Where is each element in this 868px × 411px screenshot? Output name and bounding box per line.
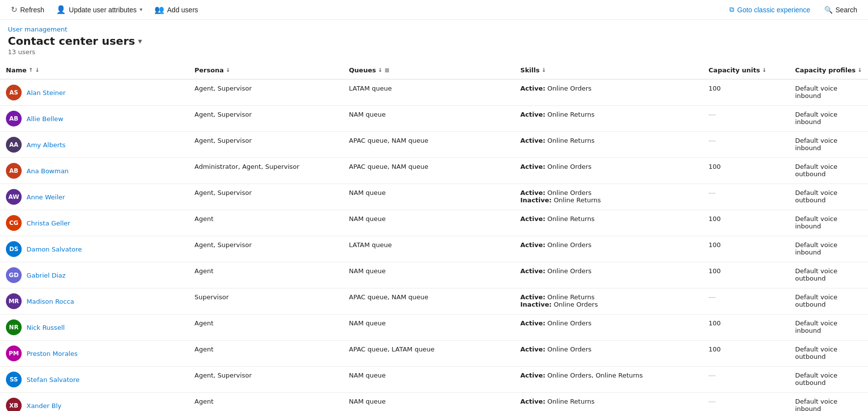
- capacity-profiles-cell-6: Default voice inbound: [789, 236, 868, 262]
- capacity-profiles-cell-2: Default voice inbound: [789, 132, 868, 158]
- queues-cell-7: NAM queue: [343, 262, 515, 288]
- capacity-profiles-cell-5: Default voice inbound: [789, 210, 868, 236]
- capacity-units-cell-0: 100: [703, 79, 789, 106]
- capacity-profiles-cell-7: Default voice outbound: [789, 262, 868, 288]
- skills-cell-2: Active: Online Returns: [514, 132, 703, 158]
- capacity-value: 100: [709, 319, 721, 327]
- skill-line: Active: Online Returns: [520, 111, 697, 118]
- user-name[interactable]: Nick Russell: [27, 324, 65, 331]
- skill-line: Active: Online Orders: [520, 241, 697, 249]
- search-button[interactable]: 🔍 Search: [819, 4, 862, 16]
- user-name[interactable]: Alan Steiner: [27, 89, 65, 96]
- col-header-capacity-units[interactable]: Capacity units ↓: [703, 62, 789, 79]
- queues-cell-4: NAM queue: [343, 184, 515, 210]
- capacity-units-sort-icon: ↓: [762, 67, 767, 73]
- avatar: MR: [6, 293, 22, 309]
- goto-classic-button[interactable]: ⧉ Goto classic experience: [724, 3, 815, 16]
- table-row: DS Damon Salvatore Agent, SupervisorLATA…: [0, 236, 868, 262]
- capacity-value: 100: [709, 241, 721, 249]
- skills-cell-11: Active: Online Orders, Online Returns: [514, 367, 703, 393]
- name-sort-asc-icon: ↑: [29, 67, 33, 73]
- capacity-value: 100: [709, 215, 721, 222]
- table-header-row: Name ↑ ↓ Persona ↓ Queues ↓ ≡: [0, 62, 868, 79]
- persona-cell-9: Agent: [189, 315, 343, 341]
- user-name[interactable]: Christa Geller: [27, 220, 70, 227]
- avatar: AW: [6, 189, 22, 205]
- user-name[interactable]: Damon Salvatore: [27, 246, 82, 253]
- queues-cell-5: NAM queue: [343, 210, 515, 236]
- breadcrumb[interactable]: User management: [8, 26, 860, 33]
- update-user-label: Update user attributes: [69, 6, 137, 14]
- name-cell-7: GD Gabriel Diaz: [0, 262, 189, 288]
- table-row: MR Madison Rocca SupervisorAPAC queue, N…: [0, 288, 868, 315]
- queues-cell-6: LATAM queue: [343, 236, 515, 262]
- skills-cell-1: Active: Online Returns: [514, 106, 703, 132]
- name-cell-3: AB Ana Bowman: [0, 158, 189, 184]
- avatar: AB: [6, 163, 22, 179]
- queues-cell-3: APAC queue, NAM queue: [343, 158, 515, 184]
- queues-cell-8: APAC queue, NAM queue: [343, 288, 515, 315]
- capacity-units-cell-11: ---: [703, 367, 789, 393]
- user-name[interactable]: Allie Bellew: [27, 115, 63, 123]
- skill-line: Active: Online Returns: [520, 215, 697, 222]
- no-value: ---: [709, 137, 716, 144]
- skill-line: Active: Online Orders: [520, 267, 697, 275]
- avatar: CG: [6, 215, 22, 231]
- skill-line: Active: Online Returns: [520, 137, 697, 144]
- table-row: SS Stefan Salvatore Agent, SupervisorNAM…: [0, 367, 868, 393]
- user-name[interactable]: Madison Rocca: [27, 298, 74, 305]
- capacity-profiles-cell-8: Default voice outbound: [789, 288, 868, 315]
- col-header-queues[interactable]: Queues ↓ ≡: [343, 62, 515, 79]
- col-header-persona[interactable]: Persona ↓: [189, 62, 343, 79]
- name-cell-4: AW Anne Weiler: [0, 184, 189, 210]
- search-icon: 🔍: [824, 6, 833, 14]
- persona-cell-3: Administrator, Agent, Supervisor: [189, 158, 343, 184]
- skills-cell-3: Active: Online Orders: [514, 158, 703, 184]
- user-name[interactable]: Gabriel Diaz: [27, 272, 65, 279]
- name-cell-5: CG Christa Geller: [0, 210, 189, 236]
- skill-line: Inactive: Online Orders: [520, 301, 697, 308]
- capacity-units-cell-9: 100: [703, 315, 789, 341]
- skills-cell-5: Active: Online Returns: [514, 210, 703, 236]
- skills-cell-7: Active: Online Orders: [514, 262, 703, 288]
- skills-cell-4: Active: Online OrdersInactive: Online Re…: [514, 184, 703, 210]
- update-user-button[interactable]: 👤 Update user attributes ▾: [51, 3, 148, 16]
- persona-cell-5: Agent: [189, 210, 343, 236]
- page-title-row: Contact center users ▾: [8, 35, 860, 47]
- queues-cell-2: APAC queue, NAM queue: [343, 132, 515, 158]
- capacity-units-cell-1: ---: [703, 106, 789, 132]
- user-name[interactable]: Stefan Salvatore: [27, 376, 80, 383]
- queues-filter-icon[interactable]: ≡: [385, 66, 390, 74]
- add-users-button[interactable]: 👥 Add users: [150, 3, 203, 16]
- table-row: AW Anne Weiler Agent, SupervisorNAM queu…: [0, 184, 868, 210]
- capacity-units-cell-6: 100: [703, 236, 789, 262]
- no-value: ---: [709, 189, 716, 196]
- user-name[interactable]: Amy Alberts: [27, 141, 65, 149]
- avatar: AB: [6, 111, 22, 126]
- col-capacity-units-label: Capacity units: [709, 66, 760, 74]
- persona-cell-4: Agent, Supervisor: [189, 184, 343, 210]
- skills-sort-icon: ↓: [541, 67, 546, 73]
- skills-cell-8: Active: Online ReturnsInactive: Online O…: [514, 288, 703, 315]
- capacity-profiles-cell-4: Default voice outbound: [789, 184, 868, 210]
- persona-cell-6: Agent, Supervisor: [189, 236, 343, 262]
- name-sort-desc-icon: ↓: [35, 67, 39, 73]
- user-name[interactable]: Xander Bly: [27, 402, 61, 410]
- avatar: SS: [6, 372, 22, 387]
- no-value: ---: [709, 293, 716, 301]
- avatar: AS: [6, 85, 22, 100]
- user-name[interactable]: Ana Bowman: [27, 167, 69, 175]
- avatar: PM: [6, 346, 22, 361]
- refresh-button[interactable]: ↻ Refresh: [6, 3, 49, 16]
- skill-line: Active: Online Returns: [520, 398, 697, 405]
- col-header-capacity-profiles[interactable]: Capacity profiles ↓: [789, 62, 868, 79]
- user-name[interactable]: Preston Morales: [27, 350, 78, 357]
- page-title-chevron-icon[interactable]: ▾: [138, 36, 142, 46]
- capacity-units-cell-10: 100: [703, 341, 789, 367]
- col-skills-label: Skills: [520, 66, 539, 74]
- skills-cell-0: Active: Online Orders: [514, 79, 703, 106]
- col-header-skills[interactable]: Skills ↓: [514, 62, 703, 79]
- add-users-label: Add users: [167, 6, 198, 14]
- user-name[interactable]: Anne Weiler: [27, 193, 65, 201]
- col-header-name[interactable]: Name ↑ ↓: [0, 62, 189, 79]
